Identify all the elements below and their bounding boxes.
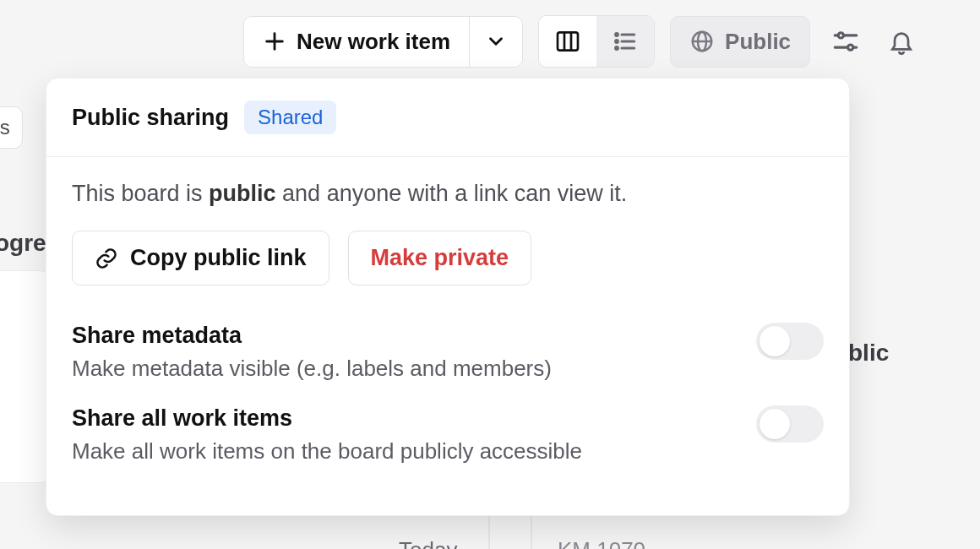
public-visibility-label: Public (725, 29, 791, 55)
svg-point-18 (848, 45, 853, 50)
make-private-label: Make private (371, 245, 509, 271)
bg-card-left (0, 270, 51, 483)
share-all-items-toggle[interactable] (756, 405, 824, 443)
popover-title: Public sharing (72, 105, 229, 131)
sharing-actions: Copy public link Make private (72, 231, 824, 285)
share-all-items-text: Share all work items Make all work items… (72, 405, 582, 481)
board-view-button[interactable] (539, 16, 596, 67)
sliders-icon (831, 27, 860, 56)
filter-settings-button[interactable] (825, 21, 866, 62)
new-work-item-label: New work item (297, 29, 450, 55)
toggle-knob (760, 409, 790, 439)
public-sharing-popover: Public sharing Shared This board is publ… (46, 78, 850, 516)
make-private-button[interactable]: Make private (348, 231, 532, 285)
status-prefix: This board is (72, 181, 209, 206)
svg-rect-3 (558, 32, 578, 50)
bg-text-today: Today (399, 537, 457, 549)
share-all-items-row: Share all work items Make all work items… (72, 405, 824, 481)
list-icon (612, 28, 639, 55)
chevron-down-icon (485, 30, 507, 52)
share-metadata-desc: Make metadata visible (e.g. labels and m… (72, 356, 552, 382)
new-work-item-button[interactable]: New work item (244, 17, 469, 67)
columns-icon (554, 28, 581, 55)
bg-text-progress: ogre (0, 230, 46, 257)
svg-point-9 (616, 34, 618, 36)
toggle-knob (760, 326, 790, 356)
svg-point-17 (838, 33, 843, 38)
share-metadata-toggle[interactable] (756, 323, 824, 360)
share-metadata-label: Share metadata (72, 323, 552, 349)
list-view-button[interactable] (596, 16, 654, 67)
view-switch (538, 15, 655, 68)
share-metadata-row: Share metadata Make metadata visible (e.… (72, 323, 824, 399)
new-work-item-dropdown[interactable] (469, 17, 522, 67)
plus-icon (263, 30, 286, 53)
status-suffix: and anyone with a link can view it. (276, 181, 628, 206)
bell-icon (888, 28, 915, 55)
popover-body: This board is public and anyone with a l… (46, 157, 849, 515)
svg-point-11 (616, 47, 618, 50)
bg-text-blic: blic (848, 340, 889, 367)
copy-public-link-button[interactable]: Copy public link (72, 231, 329, 285)
shared-badge: Shared (244, 101, 336, 134)
status-bold: public (209, 181, 276, 206)
share-all-items-label: Share all work items (72, 405, 582, 432)
bg-text-km: KM 1070 (558, 537, 645, 549)
share-metadata-text: Share metadata Make metadata visible (e.… (72, 323, 552, 399)
new-work-item-group: New work item (243, 16, 523, 68)
top-toolbar: New work item Public (0, 0, 980, 83)
popover-header: Public sharing Shared (46, 79, 849, 157)
globe-icon (689, 29, 715, 54)
copy-public-link-label: Copy public link (130, 245, 307, 271)
notifications-button[interactable] (881, 21, 922, 62)
svg-point-10 (616, 41, 618, 43)
public-visibility-button[interactable]: Public (670, 16, 810, 68)
bg-chip-ts: ts (0, 106, 23, 149)
link-icon (95, 247, 118, 270)
share-all-items-desc: Make all work items on the board publicl… (72, 438, 582, 465)
sharing-status-text: This board is public and anyone with a l… (72, 181, 824, 207)
